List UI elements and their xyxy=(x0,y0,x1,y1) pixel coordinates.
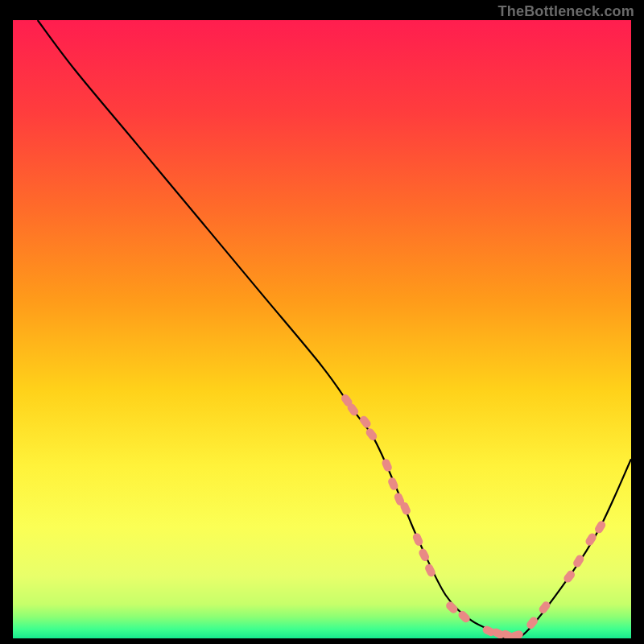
chart-frame xyxy=(13,20,631,638)
watermark-text: TheBottleneck.com xyxy=(498,3,634,20)
bottleneck-chart xyxy=(13,20,631,638)
gradient-background xyxy=(13,20,631,638)
